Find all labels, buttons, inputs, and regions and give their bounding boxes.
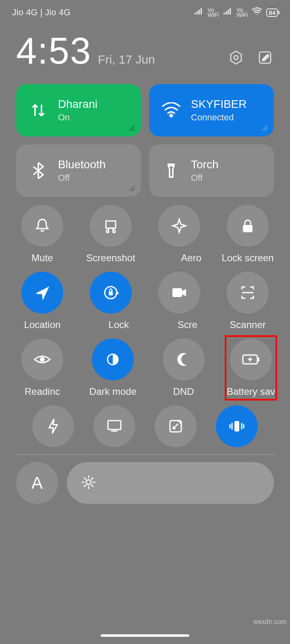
tile-sub: Off <box>191 173 218 183</box>
lock-icon <box>240 217 256 235</box>
mobile-data-icon <box>27 99 49 121</box>
svg-rect-6 <box>243 225 253 232</box>
svg-rect-13 <box>257 357 259 361</box>
airplane-icon <box>170 217 188 235</box>
toggle-label: Mute <box>31 252 53 264</box>
boost-toggle[interactable] <box>32 405 74 447</box>
torch-tile[interactable]: TorchOff <box>149 144 274 197</box>
carrier-text: Jio 4G | Jio 4G <box>12 7 70 18</box>
svg-marker-0 <box>231 51 241 64</box>
toggle-label: Location <box>24 319 61 330</box>
brightness-row: A <box>0 462 290 504</box>
toggle-label: Scre <box>178 319 205 330</box>
brightness-slider[interactable] <box>67 462 274 504</box>
wifi-tile[interactable]: SKYFIBERConnected <box>149 84 274 136</box>
torch-icon <box>160 160 182 182</box>
moon-icon <box>176 351 192 367</box>
toggle-label: Lock screen <box>222 252 273 264</box>
screenshot-toggle[interactable] <box>90 205 132 247</box>
tile-sub: Connected <box>191 112 246 123</box>
bluetooth-icon <box>27 160 49 182</box>
battery-saver-toggle[interactable] <box>230 339 272 380</box>
scan-icon <box>239 284 257 301</box>
edit-button[interactable] <box>256 49 274 66</box>
toggle-row: Location tion Lock rder Scre Scanner <box>16 272 274 330</box>
bluetooth-tile[interactable]: BluetoothOff <box>16 144 141 197</box>
tile-title: Dharani <box>58 98 97 111</box>
floating-window-toggle[interactable] <box>155 405 197 447</box>
scanner-toggle[interactable] <box>227 272 269 314</box>
status-bar: Jio 4G | Jio 4G Vo WiFi Vo WiFi 84 <box>0 0 290 22</box>
signal-icon-2 <box>223 7 232 18</box>
svg-point-17 <box>86 480 91 485</box>
battery-plus-icon <box>241 353 261 365</box>
mobile-data-tile[interactable]: DharaniOn <box>16 84 141 136</box>
toggle-label: Scanner <box>230 319 265 330</box>
toggle-label: DND <box>173 386 194 397</box>
toggle-label: Aero <box>181 252 205 264</box>
dnd-toggle[interactable] <box>163 339 205 380</box>
toggle-row: Mute Screenshot ode Aero Lock screen <box>16 205 274 264</box>
status-tray: Vo WiFi Vo WiFi 84 <box>194 7 278 18</box>
toggle-row: Readinc Dark mode DND Battery sav <box>16 339 274 397</box>
signal-icon <box>194 7 203 18</box>
clock-time: 4:53 <box>16 30 91 72</box>
rotation-lock-toggle[interactable] <box>90 272 132 314</box>
vibrate-toggle[interactable] <box>216 405 258 447</box>
scissors-icon <box>102 217 120 235</box>
screen-record-toggle[interactable] <box>158 272 200 314</box>
expand-icon <box>128 185 135 191</box>
lock-screen-toggle[interactable] <box>227 205 269 247</box>
auto-brightness-toggle[interactable]: A <box>16 462 58 504</box>
dark-mode-toggle[interactable] <box>92 339 134 380</box>
toggles: Mute Screenshot ode Aero Lock screen Loc… <box>0 205 290 450</box>
expand-icon <box>128 124 135 131</box>
big-tiles: DharaniOn SKYFIBERConnected BluetoothOff… <box>0 84 290 205</box>
vibrate-icon <box>227 419 246 433</box>
svg-point-4 <box>106 230 109 233</box>
watermark: wsxdn.com <box>253 618 287 625</box>
mute-toggle[interactable] <box>21 205 63 247</box>
svg-rect-16 <box>234 421 239 431</box>
svg-point-3 <box>170 114 172 117</box>
vowifi-icon-2: Vo WiFi <box>236 8 248 17</box>
bolt-icon <box>47 417 60 435</box>
expand-icon <box>261 124 267 131</box>
wifi-icon <box>252 7 262 18</box>
settings-button[interactable] <box>227 49 245 66</box>
toggle-label: Screenshot <box>86 252 135 264</box>
svg-point-5 <box>113 230 115 233</box>
location-toggle[interactable] <box>21 272 63 314</box>
battery-icon: 84 <box>266 8 278 17</box>
toggle-row-unlabeled <box>16 405 274 450</box>
vowifi-icon: Vo WiFi <box>207 8 219 17</box>
bell-icon <box>33 217 51 235</box>
toggle-label: Battery sav <box>227 386 275 397</box>
clock-row: 4:53 Fri, 17 Jun <box>0 22 290 84</box>
svg-rect-9 <box>172 288 182 297</box>
reading-mode-toggle[interactable] <box>21 339 63 380</box>
eye-icon <box>33 353 52 366</box>
home-indicator[interactable] <box>101 634 189 637</box>
divider <box>16 454 274 455</box>
tile-title: Torch <box>191 158 218 171</box>
svg-point-1 <box>234 56 238 60</box>
svg-point-10 <box>40 357 45 362</box>
tile-sub: On <box>58 112 97 123</box>
airplane-toggle[interactable] <box>158 205 200 247</box>
toggle-label: Readinc <box>25 386 60 397</box>
tile-title: SKYFIBER <box>191 98 246 111</box>
toggle-label: Lock <box>108 319 137 330</box>
wifi-icon <box>160 99 182 121</box>
battery-saver-highlight: Battery sav <box>225 335 277 400</box>
location-icon <box>34 285 50 301</box>
tile-sub: Off <box>58 173 106 183</box>
cast-toggle[interactable] <box>93 405 135 447</box>
svg-rect-8 <box>109 291 113 295</box>
cast-icon <box>106 419 123 433</box>
toggle-label: Dark mode <box>89 386 137 397</box>
tile-title: Bluetooth <box>58 158 106 171</box>
video-icon <box>171 286 188 299</box>
auto-brightness-label: A <box>31 473 43 493</box>
brightness-icon <box>81 475 96 491</box>
